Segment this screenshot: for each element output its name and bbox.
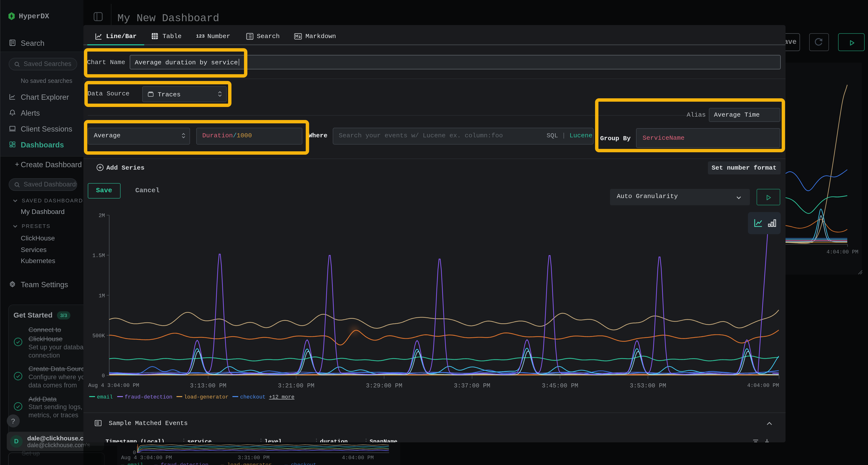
svg-text:3:29:00 PM: 3:29:00 PM: [366, 383, 402, 389]
svg-text:1.5M: 1.5M: [92, 253, 105, 259]
svg-text:— checkout: — checkout: [284, 462, 316, 465]
svg-text:— load-generator: — load-generator: [221, 462, 272, 465]
svg-text:3:53:00 PM: 3:53:00 PM: [629, 383, 666, 389]
svg-text:3:45:00 PM: 3:45:00 PM: [541, 383, 578, 389]
svg-text:500K: 500K: [92, 333, 105, 339]
svg-text:0: 0: [101, 373, 105, 379]
svg-text:3:37:00 PM: 3:37:00 PM: [454, 383, 490, 389]
svg-text:4:04:00 PM: 4:04:00 PM: [827, 249, 858, 255]
svg-text:2M: 2M: [98, 213, 105, 219]
svg-text:Aug 4 3:04:00 PM: Aug 4 3:04:00 PM: [121, 455, 172, 461]
svg-text:Aug 4 3:04:00 PM: Aug 4 3:04:00 PM: [88, 383, 139, 389]
svg-text:3:31:00 PM: 3:31:00 PM: [238, 455, 270, 461]
svg-text:— email: — email: [121, 462, 143, 465]
svg-text:3:21:00 PM: 3:21:00 PM: [278, 383, 314, 389]
svg-text:1M: 1M: [98, 293, 105, 299]
svg-text:4:04:00 PM: 4:04:00 PM: [342, 455, 374, 461]
svg-text:3:13:00 PM: 3:13:00 PM: [190, 383, 226, 389]
svg-text:4:04:00 PM: 4:04:00 PM: [747, 383, 779, 389]
svg-text:— fraud-detection: — fraud-detection: [154, 462, 208, 465]
